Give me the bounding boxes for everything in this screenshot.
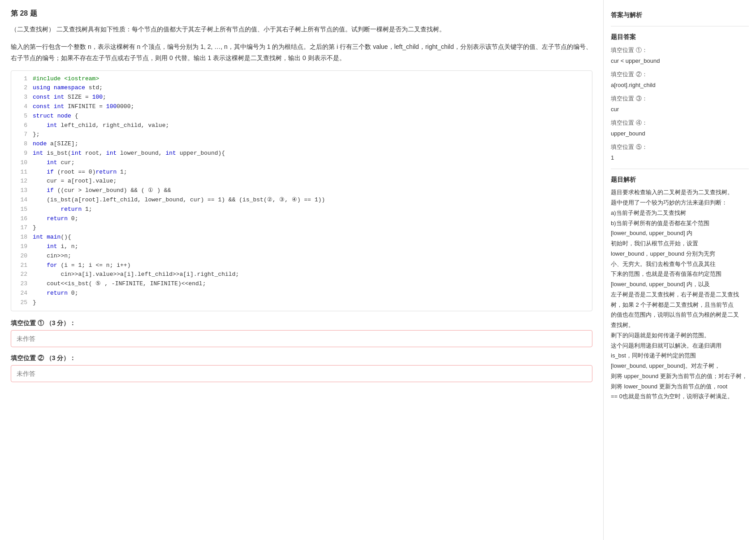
analysis-line-10: 左子树是否是二叉查找树，右子树是否是二叉查找 — [611, 291, 739, 298]
line-number: 19 — [15, 242, 27, 252]
code-line: 25} — [11, 298, 592, 308]
line-code: cin>>n; — [33, 252, 71, 261]
sidebar-answers: 填空位置 ①：cur < upper_bound填空位置 ②：a[root].r… — [611, 45, 749, 163]
code-line: 20 cin>>n; — [11, 252, 592, 261]
code-line: 8node a[SIZE]; — [11, 139, 592, 149]
line-number: 3 — [15, 93, 27, 102]
code-line: 2using namespace std; — [11, 83, 592, 93]
blank-section-2: 填空位置 ② （3 分）： — [11, 354, 592, 382]
question-input-desc: 输入的第一行包含一个整数 n，表示这棵树有 n 个顶点，编号分别为 1, 2, … — [11, 41, 592, 64]
analysis-line-8: 下来的范围，也就是是否有值落在约定范围 — [611, 270, 721, 277]
sidebar-divider-1 — [611, 26, 749, 26]
analysis-line-15: 这个问题利用递归就可以解决。在递归调用 — [611, 342, 721, 349]
line-code: if (root == 0)return 1; — [33, 168, 127, 177]
sidebar-answer-val-3: cur — [611, 105, 749, 114]
analysis-line-17: [lower_bound, upper_bound]。对左子树， — [611, 362, 720, 369]
code-line: 12 cur = a[root].value; — [11, 177, 592, 186]
analysis-line-9: [lower_bound, upper_bound] 内，以及 — [611, 281, 710, 287]
line-number: 22 — [15, 270, 27, 279]
main-content: 第 28 题 （二叉查找树） 二叉查找树具有如下性质：每个节点的值都大于其左子树… — [0, 0, 604, 540]
line-code: const int SIZE = 100; — [33, 93, 106, 102]
line-code: for (i = 1; i <= n; i++) — [33, 261, 130, 270]
sidebar-top-label: 答案与解析 — [611, 10, 749, 21]
code-line: 9int is_bst(int root, int lower_bound, i… — [11, 149, 592, 158]
code-line: 7}; — [11, 130, 592, 139]
code-line: 13 if ((cur > lower_bound) && ( ① ) && — [11, 186, 592, 196]
line-code: node a[SIZE]; — [33, 139, 78, 149]
analysis-line-13: 查找树。 — [611, 322, 634, 328]
analysis-line-3: b)当前子树所有的值是否都在某个范围 — [611, 220, 709, 226]
sidebar-analysis-title: 题目解析 — [611, 174, 749, 185]
code-line: 16 return 0; — [11, 214, 592, 224]
sidebar-answer-label-4: 填空位置 ④： — [611, 118, 749, 128]
line-code: cout<<is_bst( ⑤ , -INFINITE, INFINITE)<<… — [33, 279, 206, 289]
line-code: int is_bst(int root, int lower_bound, in… — [33, 149, 225, 158]
code-line: 18int main(){ — [11, 233, 592, 242]
line-number: 7 — [15, 130, 27, 139]
analysis-line-7: 小、无穷大。我们去检查每个节点及其往 — [611, 261, 716, 267]
code-line: 22 cin>>a[i].value>>a[i].left_child>>a[i… — [11, 270, 592, 279]
line-number: 8 — [15, 139, 27, 149]
blank-section-1: 填空位置 ① （3 分）： — [11, 319, 592, 347]
line-code: const int INFINITE = 1000000; — [33, 102, 134, 112]
code-line: 24 return 0; — [11, 289, 592, 298]
question-desc-text: 二叉查找树具有如下性质：每个节点的值都大于其左子树上所有节点的值、小于其右子树上… — [56, 26, 445, 33]
line-number: 14 — [15, 196, 27, 205]
code-line: 14 (is_bst(a[root].left_child, lower_bou… — [11, 196, 592, 205]
line-code: using namespace std; — [33, 83, 103, 93]
line-number: 17 — [15, 223, 27, 233]
line-code: return 0; — [33, 214, 78, 224]
line-code: struct node { — [33, 112, 78, 121]
code-line: 5struct node { — [11, 112, 592, 121]
analysis-line-14: 剩下的问题就是如何传递子树的范围。 — [611, 332, 710, 339]
analysis-line-0: 题目要求检查输入的二叉树是否为二叉查找树。 — [611, 189, 733, 196]
line-code: cur = a[root].value; — [33, 177, 117, 186]
code-line: 1#include <iostream> — [11, 74, 592, 84]
blank-input-1[interactable] — [11, 330, 592, 347]
question-type-label: （二叉查找树） — [11, 26, 55, 33]
line-code: } — [33, 298, 36, 308]
line-number: 11 — [15, 168, 27, 177]
line-number: 13 — [15, 186, 27, 196]
analysis-line-4: [lower_bound, upper_bound] 内 — [611, 230, 692, 236]
question-desc: （二叉查找树） 二叉查找树具有如下性质：每个节点的值都大于其左子树上所有节点的值… — [11, 24, 592, 35]
analysis-line-1: 题中使用了一个较为巧妙的方法来递归判断： — [611, 199, 727, 206]
line-code: if ((cur > lower_bound) && ( ① ) && — [33, 186, 171, 196]
analysis-line-19: 则将 lower_bound 更新为当前节点的值，root — [611, 383, 727, 390]
code-line: 11 if (root == 0)return 1; — [11, 168, 592, 177]
blank-label-2: 填空位置 ② （3 分）： — [11, 354, 592, 362]
analysis-line-16: is_bst，同时传递子树约定的范围 — [611, 352, 696, 359]
line-number: 4 — [15, 102, 27, 112]
sidebar-analysis-text: 题目要求检查输入的二叉树是否为二叉查找树。题中使用了一个较为巧妙的方法来递归判断… — [611, 187, 749, 402]
line-number: 12 — [15, 177, 27, 186]
line-code: int i, n; — [33, 242, 78, 252]
analysis-line-6: lower_bound，upper_bound 分别为无穷 — [611, 250, 715, 257]
line-number: 16 — [15, 214, 27, 224]
line-number: 15 — [15, 205, 27, 214]
line-number: 10 — [15, 158, 27, 168]
line-code: } — [33, 223, 36, 233]
line-number: 23 — [15, 279, 27, 289]
line-code: #include <iostream> — [33, 74, 99, 84]
sidebar-answer-val-1: cur < upper_bound — [611, 56, 749, 66]
analysis-line-5: 初始时，我们从根节点开始，设置 — [611, 240, 698, 247]
line-code: return 1; — [33, 205, 92, 214]
analysis-line-20: == 0也就是当前节点为空时，说明该子树满足。 — [611, 393, 733, 400]
question-title: 第 28 题 — [11, 9, 592, 18]
code-line: 21 for (i = 1; i <= n; i++) — [11, 261, 592, 270]
blank-input-2[interactable] — [11, 365, 592, 382]
analysis-line-18: 则将 upper_bound 更新为当前节点的值；对右子树， — [611, 373, 747, 379]
line-code: int cur; — [33, 158, 75, 168]
code-line: 6 int left_child, right_child, value; — [11, 121, 592, 131]
line-number: 5 — [15, 112, 27, 121]
line-number: 21 — [15, 261, 27, 270]
line-number: 2 — [15, 83, 27, 93]
sidebar-answer-label-3: 填空位置 ③： — [611, 94, 749, 104]
code-line: 4const int INFINITE = 1000000; — [11, 102, 592, 112]
line-number: 9 — [15, 149, 27, 158]
sidebar-answer-label-2: 填空位置 ②： — [611, 70, 749, 79]
line-code: int left_child, right_child, value; — [33, 121, 169, 131]
sidebar-answer-label-5: 填空位置 ⑤： — [611, 142, 749, 152]
analysis-line-11: 树，如果 2 个子树都是二叉查找树，且当前节点 — [611, 301, 734, 308]
sidebar-divider-2 — [611, 169, 749, 169]
